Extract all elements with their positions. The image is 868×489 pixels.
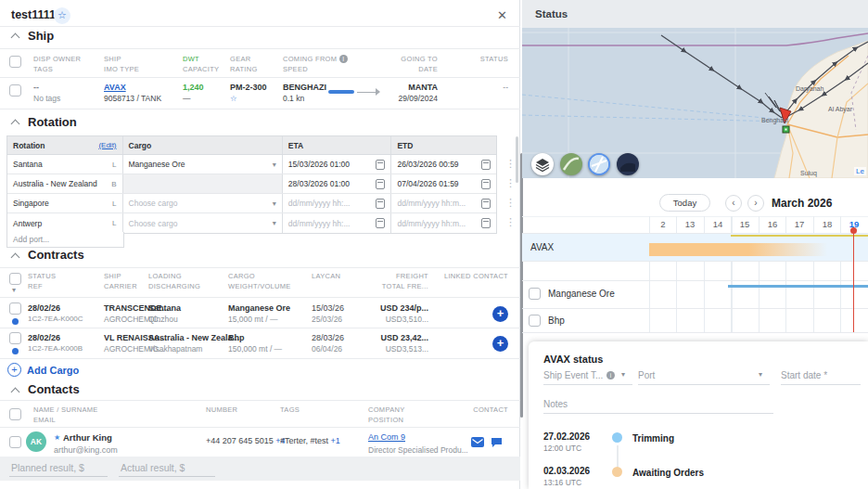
collapse-chevron-rotation[interactable] bbox=[11, 120, 20, 129]
map-dark-layer-button[interactable] bbox=[617, 153, 639, 175]
row-menu-icon[interactable]: ⋮ bbox=[505, 178, 516, 187]
contracts-header-checkbox[interactable] bbox=[9, 273, 21, 285]
port-type-badge: L bbox=[112, 219, 116, 227]
eta-value: 15/03/2026 01:00 bbox=[288, 160, 350, 169]
gantt-row-label-ship: AVAX bbox=[530, 242, 554, 252]
rotation-port-cell[interactable]: AntwerpL bbox=[7, 213, 123, 233]
add-port-button[interactable]: Add port... bbox=[6, 232, 124, 248]
etd-input[interactable]: dd/mm/yyyy hh:m... bbox=[391, 213, 496, 233]
status-panel: Status bbox=[520, 0, 868, 489]
rotation-port-cell[interactable]: SingaporeL bbox=[7, 194, 123, 212]
start-date-input[interactable]: Start date * bbox=[781, 370, 827, 380]
row-menu-icon[interactable]: ⋮ bbox=[505, 217, 516, 226]
cargo-select[interactable]: Choose cargo▾ bbox=[123, 194, 283, 212]
edit-rotation-link[interactable]: (Edit) bbox=[98, 141, 116, 149]
divider bbox=[0, 267, 520, 268]
gantt-row-label-cargo2: Bhp bbox=[548, 315, 565, 326]
close-icon[interactable]: ✕ bbox=[497, 8, 507, 22]
eta-input[interactable]: dd/mm/yyyy hh:... bbox=[283, 194, 392, 212]
row-menu-icon[interactable]: ⋮ bbox=[505, 198, 516, 207]
collapse-chevron-contacts[interactable] bbox=[11, 388, 20, 397]
etd-input[interactable]: 26/03/2026 00:59 bbox=[391, 155, 496, 174]
input-underline bbox=[781, 384, 861, 385]
cargo2-checkbox[interactable] bbox=[529, 315, 541, 327]
divider bbox=[0, 400, 520, 401]
divider bbox=[522, 308, 868, 309]
calendar-icon[interactable] bbox=[376, 218, 385, 228]
contract-row-checkbox[interactable] bbox=[9, 302, 21, 315]
cargo-select[interactable]: Choose cargo▾ bbox=[123, 213, 283, 233]
info-icon[interactable]: i bbox=[339, 55, 348, 63]
contacts-header-checkbox[interactable] bbox=[9, 408, 21, 420]
calendar-icon[interactable] bbox=[481, 179, 491, 189]
contact-name[interactable]: Arthur King bbox=[63, 432, 112, 444]
chevron-down-icon: ▾ bbox=[273, 219, 276, 227]
link-contact-button[interactable]: + bbox=[492, 336, 508, 352]
favorite-star-icon[interactable]: ☆ bbox=[54, 7, 70, 24]
contact-company-link[interactable]: An Com 9 bbox=[368, 432, 405, 442]
contract-row-checkbox[interactable] bbox=[9, 332, 21, 344]
chat-icon[interactable] bbox=[491, 437, 503, 447]
calendar-icon[interactable] bbox=[376, 160, 385, 170]
collapse-chevron-contracts[interactable] bbox=[11, 253, 20, 263]
calendar-icon[interactable] bbox=[481, 160, 491, 170]
cargo-placeholder: Choose cargo bbox=[129, 199, 178, 208]
etd-input[interactable]: dd/mm/yyyy hh:m... bbox=[391, 194, 496, 212]
sort-caret-icon[interactable]: ▾ bbox=[12, 286, 16, 294]
actual-result-input[interactable]: Actual result, $ bbox=[121, 462, 185, 473]
row-menu-icon[interactable]: ⋮ bbox=[505, 159, 516, 168]
add-cargo-icon[interactable]: + bbox=[7, 363, 21, 377]
left-panel-scrollbar[interactable] bbox=[516, 136, 518, 183]
rotation-port-cell[interactable]: Australia - New ZealandB bbox=[7, 174, 123, 193]
planned-result-input[interactable]: Planned result, $ bbox=[11, 462, 84, 473]
calendar-icon[interactable] bbox=[481, 199, 491, 209]
ship-event-type-select[interactable]: Ship Event T... bbox=[543, 370, 603, 380]
link-contact-button[interactable]: + bbox=[492, 306, 508, 322]
divider bbox=[0, 48, 520, 49]
ship-row-checkbox[interactable] bbox=[9, 84, 21, 97]
etd-input[interactable]: 07/04/2026 01:59 bbox=[391, 174, 496, 193]
calendar-icon[interactable] bbox=[376, 199, 385, 209]
next-period-button[interactable]: › bbox=[747, 195, 764, 212]
cargo1-checkbox[interactable] bbox=[529, 288, 541, 300]
ship-cell-dwt: 1,240— bbox=[183, 82, 204, 104]
map-attribution-link[interactable]: Le bbox=[854, 167, 866, 175]
eta-input[interactable]: 28/03/2026 01:00 bbox=[283, 174, 392, 193]
map-default-layer-button-selected[interactable] bbox=[588, 153, 610, 175]
favorite-contact-star-icon[interactable]: ★ bbox=[54, 433, 60, 442]
cargo-select[interactable]: Manganese Ore▾ bbox=[123, 155, 283, 174]
contact-row-checkbox[interactable] bbox=[9, 436, 21, 448]
eta-input[interactable]: dd/mm/yyyy hh:... bbox=[283, 213, 392, 233]
eta-input[interactable]: 15/03/2026 01:00 bbox=[283, 155, 392, 174]
contract-cell-cargo: Manganese Ore15,000 mt / — bbox=[228, 302, 290, 325]
etd-header: ETD bbox=[397, 141, 413, 150]
add-cargo-button[interactable]: Add Cargo bbox=[27, 365, 79, 376]
map-layers-button[interactable] bbox=[531, 153, 554, 175]
gantt-blue-bar bbox=[728, 285, 868, 288]
rating-star-icon[interactable]: ☆ bbox=[230, 93, 267, 104]
calendar-icon[interactable] bbox=[376, 179, 385, 189]
mail-icon[interactable] bbox=[471, 437, 484, 447]
ship-name-link[interactable]: AVAX bbox=[104, 82, 161, 93]
notes-input[interactable]: Notes bbox=[543, 399, 568, 409]
calendar-icon[interactable] bbox=[481, 218, 491, 228]
collapse-chevron-ship[interactable] bbox=[11, 33, 20, 43]
prev-period-button[interactable]: ‹ bbox=[725, 195, 742, 212]
info-icon[interactable]: i bbox=[606, 371, 615, 380]
eta-header: ETA bbox=[288, 141, 303, 150]
day-label: 15 bbox=[734, 219, 756, 229]
contract-cell-freight: USD 23,42...USD3,513... bbox=[364, 332, 428, 354]
rotation-header-row: Rotation(Edit) Cargo ETA ETD bbox=[7, 136, 496, 155]
more-tags-badge[interactable]: +1 bbox=[331, 436, 340, 445]
right-panel-scrollbar[interactable] bbox=[520, 153, 523, 418]
contacts-col-contact: CONTACT bbox=[466, 405, 508, 415]
map-terrain-layer-button[interactable] bbox=[560, 153, 582, 175]
today-button[interactable]: Today bbox=[659, 194, 710, 212]
ship-col-gear: GEARRATING bbox=[230, 54, 258, 74]
rotation-port-cell[interactable]: SantanaL bbox=[7, 155, 123, 174]
timeline-month-label: March 2026 bbox=[772, 197, 832, 210]
port-select[interactable]: Port bbox=[638, 370, 655, 380]
rotation-table: Rotation(Edit) Cargo ETA ETD SantanaL Ma… bbox=[6, 135, 497, 234]
ship-header-checkbox[interactable] bbox=[9, 56, 21, 68]
contract-cell-loading: SantanaQinzhou bbox=[148, 302, 181, 325]
